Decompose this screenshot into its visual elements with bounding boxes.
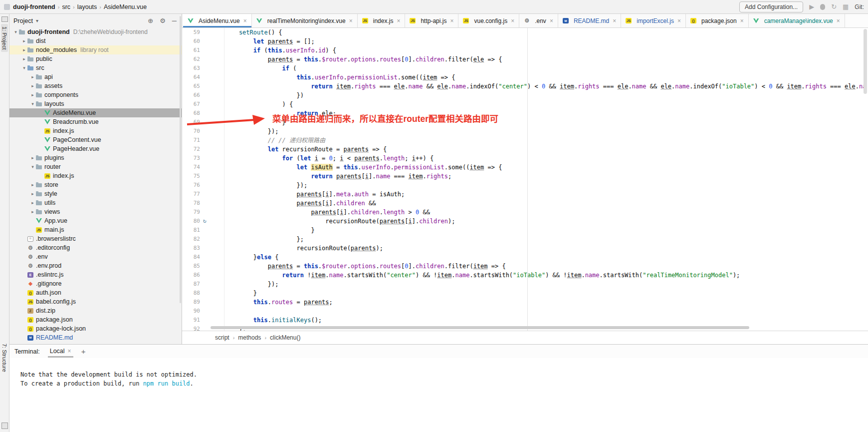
line-number[interactable]: 62 xyxy=(182,55,200,64)
chevron-right-icon[interactable]: ▸ xyxy=(21,56,27,61)
tree-item-duoji-frontend[interactable]: ▾duoji-frontendD:\zheheWeb\duoji-fronten… xyxy=(9,27,182,36)
tree-item-Breadcrumb.vue[interactable]: Breadcrumb.vue xyxy=(9,117,182,126)
tree-item-App.vue[interactable]: App.vue xyxy=(9,216,182,225)
line-number[interactable]: 77 xyxy=(182,190,200,199)
code-line[interactable]: 60let parents = []; xyxy=(182,37,868,46)
tree-item-plugins[interactable]: ▸plugins xyxy=(9,153,182,162)
grid-icon[interactable]: ▦ xyxy=(843,3,849,10)
code-line[interactable]: 69} xyxy=(182,118,868,127)
tree-item-public[interactable]: ▸public xyxy=(9,54,182,63)
tree-item-.browserslistrc[interactable]: ≡.browserslistrc xyxy=(9,234,182,243)
add-configuration-button[interactable]: Add Configuration... xyxy=(739,1,803,12)
favorites-icon[interactable] xyxy=(1,423,8,429)
breadcrumb-item[interactable]: duoji-frontend xyxy=(13,3,55,10)
tree-item-utils[interactable]: ▸utils xyxy=(9,198,182,207)
close-icon[interactable]: × xyxy=(837,17,840,24)
code-line[interactable]: 70}); xyxy=(182,127,868,136)
code-line[interactable]: 91this.initialKeys(); xyxy=(182,316,868,325)
code-line[interactable]: 87}); xyxy=(182,280,868,289)
chevron-right-icon[interactable]: ▸ xyxy=(29,155,36,160)
line-number[interactable]: 88 xyxy=(182,289,200,298)
tree-item-package-lock.json[interactable]: {}package-lock.json xyxy=(9,324,182,333)
code-line[interactable]: 62parents = this.$router.options.routes[… xyxy=(182,55,868,64)
breadcrumb-item[interactable]: AsideMenu.vue xyxy=(104,3,147,10)
locate-icon[interactable]: ⊕ xyxy=(148,17,153,24)
vertical-scrollbar[interactable] xyxy=(864,29,867,94)
breadcrumb-item[interactable]: script xyxy=(215,334,229,341)
tool-button-structure[interactable]: 7: Structure xyxy=(1,341,8,375)
line-number[interactable]: 60 xyxy=(182,37,200,46)
code-line[interactable]: 79parents[i].children.length > 0 && xyxy=(182,208,868,217)
breadcrumb-item[interactable]: methods xyxy=(238,334,261,341)
line-number[interactable]: 80 xyxy=(182,217,200,226)
line-number[interactable]: 67 xyxy=(182,100,200,109)
code-line[interactable]: 75return parents[i].name === item.rights… xyxy=(182,172,868,181)
chevron-right-icon[interactable]: ▸ xyxy=(29,74,36,79)
tree-item-AsideMenu.vue[interactable]: AsideMenu.vue xyxy=(9,108,182,117)
tool-button-project[interactable]: 1: Project xyxy=(1,24,8,52)
tree-item-src[interactable]: ▾src xyxy=(9,63,182,72)
code-line[interactable]: 67) { xyxy=(182,100,868,109)
tree-item-dist[interactable]: ▸dist xyxy=(9,36,182,45)
code-line[interactable]: 74let isAuth = this.userInfo.permissionL… xyxy=(182,163,868,172)
chevron-right-icon[interactable]: ▸ xyxy=(29,92,36,97)
breadcrumb-item[interactable]: src xyxy=(62,3,70,10)
line-number[interactable]: 73 xyxy=(182,154,200,163)
close-icon[interactable]: × xyxy=(397,17,400,24)
code-line[interactable]: 80↻recursionRoute(parents[i].children); xyxy=(182,217,868,226)
tree-item-store[interactable]: ▸store xyxy=(9,180,182,189)
tree-item-babel.config.js[interactable]: JSbabel.config.js xyxy=(9,297,182,306)
settings-gear-icon[interactable]: ⚙ xyxy=(160,17,166,24)
chevron-down-icon[interactable]: ▾ xyxy=(36,18,38,23)
project-panel-title[interactable]: Project xyxy=(13,17,33,24)
hide-panel-icon[interactable]: ─ xyxy=(172,17,177,24)
tree-item-PageContent.vue[interactable]: PageContent.vue xyxy=(9,135,182,144)
line-number[interactable]: 76 xyxy=(182,181,200,190)
terminal-tab-Local[interactable]: Local× xyxy=(48,346,73,358)
tree-item-node_modules[interactable]: ▸node_moduleslibrary root xyxy=(9,45,182,54)
chevron-right-icon[interactable]: ▸ xyxy=(29,182,36,187)
line-number[interactable]: 72 xyxy=(182,145,200,154)
line-number[interactable]: 63 xyxy=(182,64,200,73)
editor-tab-importExcel.js[interactable]: JSimportExcel.js× xyxy=(621,14,686,27)
code-line[interactable]: 65return item.rights === ele.name && ele… xyxy=(182,82,868,91)
line-number[interactable]: 75 xyxy=(182,172,200,181)
line-number[interactable]: 70 xyxy=(182,127,200,136)
line-number[interactable]: 90 xyxy=(182,307,200,316)
tree-item-.gitignore[interactable]: ◆.gitignore xyxy=(9,279,182,288)
editor-tab-.env[interactable]: ⚙.env× xyxy=(519,14,558,27)
code-line[interactable]: 81} xyxy=(182,226,868,235)
line-number[interactable]: 91 xyxy=(182,316,200,325)
code-line[interactable]: 83recursionRoute(parents); xyxy=(182,244,868,253)
code-line[interactable]: 73for (let i = 0; i < parents.length; i+… xyxy=(182,154,868,163)
editor-tab-http-api.js[interactable]: JShttp-api.js× xyxy=(405,14,458,27)
line-number[interactable]: 66 xyxy=(182,91,200,100)
tree-item-views[interactable]: ▸views xyxy=(9,207,182,216)
close-icon[interactable]: × xyxy=(349,17,353,24)
chevron-down-icon[interactable]: ▾ xyxy=(29,101,36,106)
code-line[interactable]: 59setRoute() { xyxy=(182,28,868,37)
line-number[interactable]: 79 xyxy=(182,208,200,217)
tree-item-api[interactable]: ▸api xyxy=(9,72,182,81)
tree-item-auth.json[interactable]: {}auth.json xyxy=(9,288,182,297)
code-line[interactable]: 63if ( xyxy=(182,64,868,73)
line-number[interactable]: 69 xyxy=(182,118,200,127)
line-number[interactable]: 92 xyxy=(182,325,200,331)
breadcrumb-item[interactable]: clickMenu() xyxy=(270,334,300,341)
chevron-down-icon[interactable]: ▾ xyxy=(21,65,27,70)
tree-item-.eslintrc.js[interactable]: E.eslintrc.js xyxy=(9,270,182,279)
line-number[interactable]: 64 xyxy=(182,73,200,82)
editor-tab-realTimeMonitoring\index.vue[interactable]: realTimeMonitoring\index.vue× xyxy=(252,14,358,27)
line-number[interactable]: 78 xyxy=(182,199,200,208)
tree-item-router[interactable]: ▾router xyxy=(9,162,182,171)
line-number[interactable]: 86 xyxy=(182,271,200,280)
line-number[interactable]: 85 xyxy=(182,262,200,271)
chevron-right-icon[interactable]: ▸ xyxy=(29,83,36,88)
tree-scrollbar[interactable] xyxy=(180,16,181,303)
line-number[interactable]: 65 xyxy=(182,82,200,91)
close-icon[interactable]: × xyxy=(450,17,453,24)
line-number[interactable]: 87 xyxy=(182,280,200,289)
tree-item-package.json[interactable]: {}package.json xyxy=(9,315,182,324)
tree-item-layouts[interactable]: ▾layouts xyxy=(9,99,182,108)
update-project-icon[interactable]: ↻ xyxy=(831,3,837,10)
